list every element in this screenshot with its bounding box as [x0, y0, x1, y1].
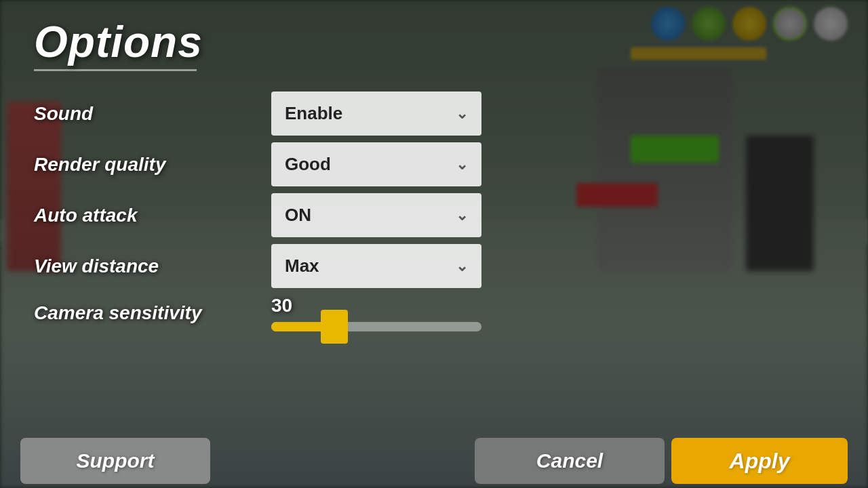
chevron-down-icon: ⌄ — [456, 105, 468, 123]
chevron-down-icon-2: ⌄ — [456, 156, 468, 174]
label-view-distance: View distance — [34, 256, 244, 277]
apply-button[interactable]: Apply — [671, 438, 848, 484]
bottom-bar: Support Cancel Apply — [0, 434, 868, 488]
control-render-quality: Good ⌄ — [271, 142, 481, 186]
label-sound: Sound — [34, 103, 244, 125]
setting-row-view-distance: View distance Max ⌄ — [34, 244, 481, 288]
dropdown-sound[interactable]: Enable ⌄ — [271, 92, 481, 136]
dropdown-view-distance-value: Max — [285, 256, 319, 277]
setting-row-render-quality: Render quality Good ⌄ — [34, 142, 481, 186]
dropdown-auto-attack[interactable]: ON ⌄ — [271, 193, 481, 237]
setting-row-sound: Sound Enable ⌄ — [34, 92, 481, 136]
setting-row-camera-sensitivity: Camera sensitivity 30 — [34, 295, 481, 331]
label-auto-attack: Auto attack — [34, 205, 244, 226]
cancel-button[interactable]: Cancel — [475, 438, 665, 484]
label-camera-sensitivity: Camera sensitivity — [34, 302, 244, 324]
settings-list: Sound Enable ⌄ Render quality Good ⌄ Aut… — [34, 92, 481, 331]
slider-value-display: 30 — [271, 295, 481, 317]
chevron-down-icon-3: ⌄ — [456, 207, 468, 224]
support-button[interactable]: Support — [20, 438, 210, 484]
slider-thumb[interactable] — [321, 310, 348, 344]
control-sound: Enable ⌄ — [271, 92, 481, 136]
dropdown-render-quality-value: Good — [285, 154, 331, 175]
dropdown-auto-attack-value: ON — [285, 205, 311, 226]
control-auto-attack: ON ⌄ — [271, 193, 481, 237]
control-view-distance: Max ⌄ — [271, 244, 481, 288]
label-render-quality: Render quality — [34, 154, 244, 176]
slider-track[interactable] — [271, 322, 481, 331]
chevron-down-icon-4: ⌄ — [456, 258, 468, 275]
setting-row-auto-attack: Auto attack ON ⌄ — [34, 193, 481, 237]
dropdown-sound-value: Enable — [285, 103, 342, 124]
control-camera-sensitivity: 30 — [271, 295, 481, 331]
dropdown-view-distance[interactable]: Max ⌄ — [271, 244, 481, 288]
title-underline — [34, 69, 197, 71]
slider-container-camera: 30 — [271, 295, 481, 331]
options-panel: Options Sound Enable ⌄ Render quality Go… — [0, 0, 515, 488]
dropdown-render-quality[interactable]: Good ⌄ — [271, 142, 481, 186]
page-title: Options — [34, 20, 481, 64]
